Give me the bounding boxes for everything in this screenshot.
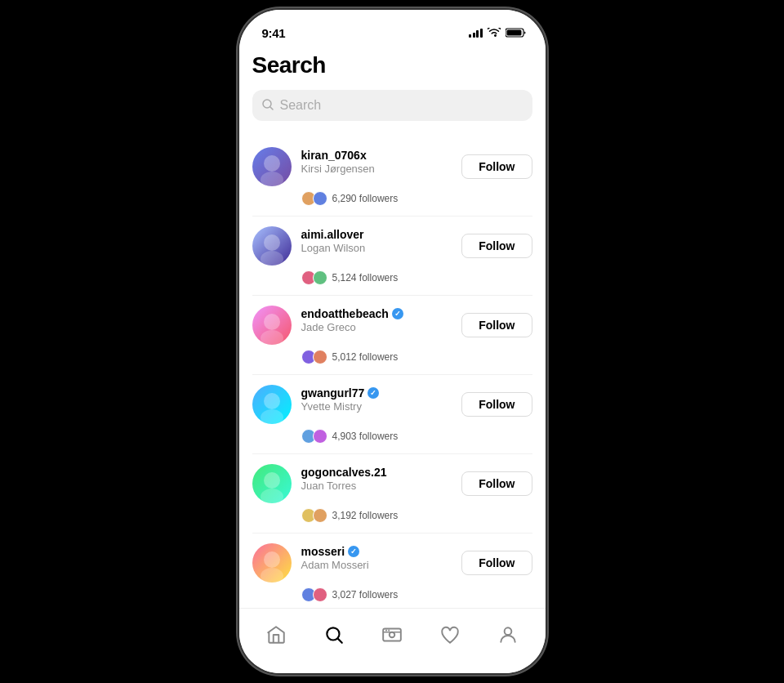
follow-button[interactable]: Follow — [461, 471, 532, 496]
real-name: Adam Mosseri — [301, 559, 369, 571]
follower-avatars — [301, 587, 327, 602]
followers-count: 5,012 followers — [332, 351, 399, 363]
followers-row: 4,903 followers — [301, 429, 532, 444]
follow-button[interactable]: Follow — [461, 313, 532, 337]
user-left: endoatthebeach ✓ Jade Greco — [252, 306, 462, 345]
followers-count: 6,290 followers — [332, 193, 399, 204]
nav-home[interactable] — [252, 618, 300, 652]
svg-point-23 — [385, 629, 387, 631]
followers-row: 3,192 followers — [301, 508, 532, 523]
avatar-image — [252, 464, 292, 503]
follow-button[interactable]: Follow — [461, 154, 532, 179]
username: mosseri — [301, 545, 345, 558]
follow-button[interactable]: Follow — [461, 392, 532, 417]
search-input-placeholder: Search — [280, 98, 322, 113]
user-info: mosseri ✓ Adam Mosseri — [301, 543, 369, 571]
svg-point-7 — [261, 251, 283, 266]
svg-point-10 — [264, 393, 280, 409]
username-row: endoatthebeach ✓ — [301, 307, 403, 320]
real-name: Yvette Mistry — [301, 400, 380, 413]
follower-mini-avatar — [313, 587, 327, 602]
svg-rect-1 — [506, 30, 521, 36]
followers-row: 5,012 followers — [301, 350, 532, 364]
user-info: gwangurl77 ✓ Yvette Mistry — [301, 385, 380, 413]
search-bar-icon — [262, 99, 274, 113]
username-row: gogoncalves.21 — [301, 466, 387, 479]
user-left: gogoncalves.21 Juan Torres — [252, 464, 462, 503]
username-row: aimi.allover — [301, 228, 366, 241]
avatar-image — [252, 226, 292, 266]
username: gwangurl77 — [301, 386, 365, 400]
svg-line-3 — [270, 107, 273, 109]
search-bar[interactable]: Search — [252, 90, 532, 121]
user-main-row: gwangurl77 ✓ Yvette Mistry Follow — [252, 385, 532, 424]
username: aimi.allover — [301, 228, 364, 241]
followers-count: 3,027 followers — [332, 589, 399, 600]
avatar — [252, 464, 292, 503]
follower-avatars — [301, 508, 327, 523]
battery-icon — [506, 28, 526, 38]
follower-avatars — [301, 429, 327, 444]
verified-badge: ✓ — [348, 546, 359, 557]
avatar — [252, 147, 292, 186]
user-main-row: kiran_0706x Kirsi Jørgensen Follow — [252, 147, 532, 186]
user-item: kiran_0706x Kirsi Jørgensen Follow 6,290… — [252, 137, 532, 217]
user-item: gogoncalves.21 Juan Torres Follow 3,192 … — [252, 454, 532, 533]
follow-button[interactable]: Follow — [461, 234, 532, 258]
follower-mini-avatar — [313, 270, 327, 285]
avatar-image — [252, 385, 292, 424]
avatar-image — [252, 543, 292, 583]
page-title: Search — [252, 52, 532, 78]
svg-point-6 — [264, 234, 280, 251]
follow-button[interactable]: Follow — [461, 551, 532, 575]
user-main-row: gogoncalves.21 Juan Torres Follow — [252, 464, 532, 503]
follower-mini-avatar — [313, 429, 327, 444]
user-main-row: mosseri ✓ Adam Mosseri Follow — [252, 543, 532, 583]
avatar — [252, 306, 292, 345]
real-name: Kirsi Jørgensen — [301, 163, 375, 175]
user-info: aimi.allover Logan Wilson — [301, 226, 366, 254]
nav-profile[interactable] — [484, 618, 532, 652]
user-info: kiran_0706x Kirsi Jørgensen — [301, 147, 375, 175]
reels-icon — [381, 624, 403, 645]
user-main-row: aimi.allover Logan Wilson Follow — [252, 226, 532, 266]
bottom-nav — [239, 608, 546, 673]
nav-search[interactable] — [310, 618, 358, 652]
svg-point-13 — [261, 489, 283, 503]
heart-icon — [439, 624, 461, 645]
signal-icon — [469, 29, 483, 38]
followers-count: 3,192 followers — [332, 510, 399, 521]
phone-frame: 9:41 Search — [239, 10, 546, 673]
followers-row: 3,027 followers — [301, 587, 532, 602]
home-icon — [265, 624, 287, 645]
followers-count: 5,124 followers — [332, 272, 399, 283]
user-left: kiran_0706x Kirsi Jørgensen — [252, 147, 462, 186]
avatar-image — [252, 147, 292, 186]
verified-badge: ✓ — [392, 308, 403, 319]
main-content: Search Search — [239, 46, 546, 608]
user-item: mosseri ✓ Adam Mosseri Follow 3,027 foll… — [252, 533, 532, 608]
avatar — [252, 543, 292, 583]
user-info: endoatthebeach ✓ Jade Greco — [301, 306, 403, 333]
nav-likes[interactable] — [426, 618, 474, 652]
nav-reels[interactable] — [368, 618, 416, 652]
svg-point-21 — [390, 632, 395, 637]
avatar-image — [252, 306, 292, 345]
svg-point-4 — [264, 155, 280, 172]
user-left: aimi.allover Logan Wilson — [252, 226, 462, 266]
username: kiran_0706x — [301, 149, 367, 162]
verified-badge: ✓ — [368, 387, 379, 399]
user-item: endoatthebeach ✓ Jade Greco Follow 5,012… — [252, 296, 532, 375]
svg-point-25 — [505, 627, 512, 635]
username-row: kiran_0706x — [301, 149, 375, 162]
svg-point-24 — [388, 629, 390, 631]
follower-mini-avatar — [313, 508, 327, 523]
username: endoatthebeach — [301, 307, 389, 320]
user-item: gwangurl77 ✓ Yvette Mistry Follow 4,903 … — [252, 375, 532, 454]
svg-point-5 — [261, 172, 283, 186]
svg-point-12 — [264, 472, 280, 489]
follower-avatars — [301, 270, 327, 285]
follower-avatars — [301, 350, 327, 364]
username: gogoncalves.21 — [301, 466, 387, 479]
user-item: aimi.allover Logan Wilson Follow 5,124 f… — [252, 217, 532, 296]
